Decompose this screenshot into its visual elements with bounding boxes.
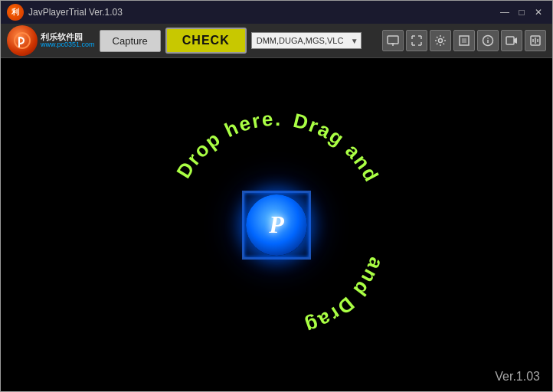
drop-area[interactable]: Drop here. Drag and and Drag P — [1, 58, 552, 391]
glow-circle: P — [246, 194, 307, 256]
toolbar-logo-text: 利乐软件园 www.pc0351.com — [41, 32, 95, 49]
app-logo-small: 利 — [7, 4, 24, 21]
app-logo-main — [7, 25, 38, 56]
svg-point-0 — [15, 33, 30, 48]
svg-point-9 — [487, 38, 489, 39]
title-controls: — □ ✕ — [497, 5, 546, 19]
site-select[interactable]: DMM,DUGA,MGS,VLC — [251, 32, 362, 49]
svg-rect-1 — [388, 36, 398, 44]
svg-text:and Drag: and Drag — [301, 254, 388, 338]
toolbar: 利乐软件园 www.pc0351.com Capture CHECK DMM,D… — [1, 24, 552, 58]
info-icon-btn[interactable] — [477, 30, 499, 51]
screen-icon-btn[interactable] — [382, 30, 404, 51]
site-dropdown-wrapper: DMM,DUGA,MGS,VLC ▼ — [251, 32, 362, 49]
svg-point-4 — [439, 39, 443, 43]
svg-text:Drag and: Drag and — [291, 108, 384, 185]
app-window: 利 JavPlayerTrial Ver.1.03 — □ ✕ 利乐软件园 ww… — [0, 0, 553, 392]
minimize-button[interactable]: — — [497, 5, 512, 19]
settings-icon-btn[interactable] — [430, 30, 451, 51]
audio-icon-btn[interactable] — [525, 30, 546, 51]
close-button[interactable]: ✕ — [531, 5, 546, 19]
logo-letter: P — [269, 211, 284, 239]
check-button[interactable]: CHECK — [165, 28, 247, 54]
window-title: JavPlayerTrial Ver.1.03 — [28, 7, 497, 18]
toolbar-logo: 利乐软件园 www.pc0351.com — [7, 25, 95, 56]
svg-rect-10 — [506, 37, 514, 44]
crop-icon-btn[interactable] — [453, 30, 475, 51]
version-text: Ver.1.03 — [495, 370, 540, 384]
logo-subtitle-text: www.pc0351.com — [41, 41, 95, 49]
svg-text:Drop here.: Drop here. — [172, 106, 282, 181]
video-icon-btn[interactable] — [501, 30, 522, 51]
center-logo: P — [246, 194, 307, 256]
svg-rect-6 — [462, 38, 466, 43]
toolbar-icons — [382, 30, 546, 51]
capture-button[interactable]: Capture — [100, 30, 161, 52]
fullscreen-icon-btn[interactable] — [406, 30, 427, 51]
title-bar: 利 JavPlayerTrial Ver.1.03 — □ ✕ — [1, 1, 552, 24]
restore-button[interactable]: □ — [514, 5, 529, 19]
main-content[interactable]: Drop here. Drag and and Drag P — [1, 58, 552, 391]
